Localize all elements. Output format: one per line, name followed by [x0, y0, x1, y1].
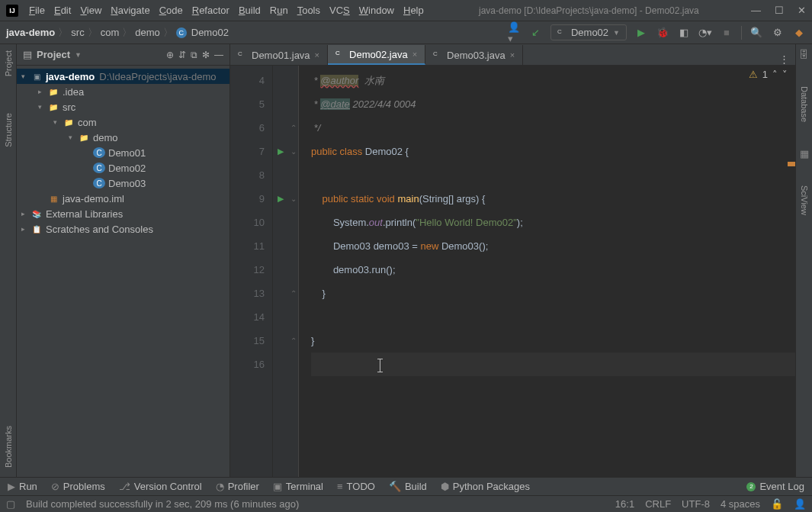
run-config-selector[interactable]: C Demo02 ▼	[550, 24, 627, 40]
bottom-event-log[interactable]: 2Event Log	[746, 481, 804, 492]
rail-bookmarks[interactable]: Bookmarks	[4, 423, 13, 471]
menu-tools[interactable]: Tools	[294, 3, 323, 18]
profile-button[interactable]: ◔▾	[698, 26, 712, 40]
crumb-demo[interactable]: demo	[135, 27, 160, 38]
class-icon: C	[238, 50, 247, 60]
close-tab-icon[interactable]: ×	[412, 50, 417, 59]
bottom-build[interactable]: 🔨Build	[389, 481, 427, 492]
bottom-todo[interactable]: ≡TODO	[337, 481, 375, 492]
maximize-button[interactable]: ☐	[775, 5, 784, 16]
crumb-com[interactable]: com	[101, 27, 120, 38]
inspection-badge[interactable]: ⚠ 1 ˄ ˅	[749, 69, 788, 80]
menu-file[interactable]: File	[26, 3, 48, 18]
prev-highlight-icon[interactable]: ˄	[772, 69, 778, 80]
run-line-icon[interactable]: ▶	[278, 147, 284, 156]
close-tab-icon[interactable]: ×	[510, 50, 515, 60]
status-indent[interactable]: 4 spaces	[721, 498, 760, 510]
stop-button[interactable]: ■	[720, 26, 733, 40]
sciview-icon[interactable]: ▦	[800, 148, 809, 159]
menu-help[interactable]: Help	[400, 3, 427, 18]
bottom-terminal[interactable]: ▣Terminal	[273, 481, 323, 492]
menu-view[interactable]: View	[77, 3, 104, 18]
status-message: Build completed successfully in 2 sec, 2…	[26, 498, 299, 510]
hide-panel-icon[interactable]: —	[214, 50, 223, 60]
tab-demo03[interactable]: C Demo03.java ×	[425, 45, 523, 65]
bottom-python[interactable]: ⬢Python Packages	[441, 481, 530, 492]
python-icon: ⬢	[441, 481, 449, 492]
error-stripe-mark[interactable]	[788, 162, 795, 166]
code-editor[interactable]: ⚠ 1 ˄ ˅ * @author 水南 * @date 2022/4/4 00…	[299, 66, 795, 477]
menu-edit[interactable]: Edit	[51, 3, 74, 18]
tree-root-path: D:\IdeaProjects\java-demo	[99, 71, 216, 82]
tab-more-icon[interactable]: ⋮	[773, 53, 795, 65]
status-readonly-icon[interactable]: 🔓	[771, 498, 783, 510]
tree-root-label: java-demo	[46, 71, 95, 82]
tree-external-libs[interactable]: ▸📚 External Libraries	[17, 206, 229, 221]
status-memory-icon[interactable]: 👤	[794, 498, 806, 510]
breadcrumb: java-demo〉 src〉 com〉 demo〉 C Demo02	[6, 26, 508, 40]
rail-database[interactable]: Database	[800, 83, 809, 125]
project-tree: ▾▣ java-demo D:\IdeaProjects\java-demo ▸…	[17, 66, 229, 477]
menu-run[interactable]: Run	[267, 3, 291, 18]
menu-code[interactable]: Code	[156, 3, 186, 18]
run-button[interactable]: ▶	[634, 26, 648, 40]
tree-com[interactable]: ▾📁 com	[17, 114, 229, 130]
close-button[interactable]: ✕	[798, 5, 806, 16]
add-user-icon[interactable]: 👤▾	[508, 26, 522, 40]
tree-demo03[interactable]: CDemo03	[17, 175, 229, 191]
search-icon[interactable]: 🔍	[749, 26, 763, 40]
tree-demo01[interactable]: CDemo01	[17, 145, 229, 160]
crumb-src[interactable]: src	[71, 27, 84, 38]
debug-button[interactable]: 🐞	[656, 26, 669, 40]
database-icon[interactable]: 🗄	[799, 49, 809, 60]
tree-src[interactable]: ▾📁 src	[17, 99, 229, 114]
select-opened-icon[interactable]: ⊕	[166, 50, 174, 60]
tree-demo[interactable]: ▾📁 demo	[17, 130, 229, 145]
tab-demo02[interactable]: C Demo02.java ×	[328, 45, 425, 65]
tree-iml[interactable]: ▦java-demo.iml	[17, 191, 229, 206]
expand-all-icon[interactable]: ⇵	[178, 50, 186, 60]
coverage-button[interactable]: ◧	[677, 26, 691, 40]
project-panel-title: Project	[37, 49, 70, 60]
bottom-version-control[interactable]: ⎇Version Control	[119, 481, 202, 492]
update-icon[interactable]: ↙	[529, 26, 543, 40]
rail-structure[interactable]: Structure	[4, 110, 13, 150]
tree-root[interactable]: ▾▣ java-demo D:\IdeaProjects\java-demo	[17, 69, 229, 84]
project-view-dropdown[interactable]: ▼	[75, 51, 82, 59]
panel-settings-icon[interactable]: ✻	[202, 50, 210, 60]
menu-refactor[interactable]: Refactor	[189, 3, 233, 18]
bottom-problems[interactable]: ⊘Problems	[51, 481, 105, 492]
next-highlight-icon[interactable]: ˅	[782, 69, 788, 80]
tree-scratches[interactable]: ▸📋 Scratches and Consoles	[17, 221, 229, 237]
rail-sciview[interactable]: SciView	[800, 182, 809, 218]
settings-icon[interactable]: ⚙	[771, 26, 785, 40]
status-line-sep[interactable]: CRLF	[645, 498, 671, 510]
class-icon: C	[557, 28, 566, 37]
crumb-project[interactable]: java-demo	[6, 27, 55, 38]
status-indicator-icon[interactable]: ▢	[6, 498, 15, 510]
bottom-run[interactable]: ▶Run	[8, 481, 37, 492]
crumb-class[interactable]: Demo02	[191, 27, 229, 38]
class-icon: C	[335, 50, 345, 59]
menu-vcs[interactable]: VCS	[326, 3, 353, 18]
status-position[interactable]: 16:1	[615, 498, 634, 510]
menu-window[interactable]: Window	[356, 3, 397, 18]
tab-demo01[interactable]: C Demo01.java ×	[230, 45, 328, 65]
collapse-all-icon[interactable]: ⧉	[191, 50, 197, 60]
rail-project[interactable]: Project	[4, 47, 13, 79]
close-tab-icon[interactable]: ×	[315, 50, 319, 60]
line-gutter: 4 5 6 7 8 9 10 11 12 13 14 15 16	[230, 66, 273, 477]
text-cursor	[380, 359, 380, 372]
class-icon: C	[433, 50, 442, 60]
status-encoding[interactable]: UTF-8	[682, 498, 710, 510]
menu-build[interactable]: Build	[236, 3, 264, 18]
minimize-button[interactable]: —	[751, 5, 761, 16]
menu-navigate[interactable]: Navigate	[108, 3, 152, 18]
tree-demo02[interactable]: CDemo02	[17, 160, 229, 175]
bottom-profiler[interactable]: ◔Profiler	[216, 481, 259, 492]
event-log-badge: 2	[746, 482, 756, 491]
ide-icon[interactable]: ◆	[792, 26, 806, 40]
run-line-icon[interactable]: ▶	[278, 194, 284, 204]
problems-icon: ⊘	[51, 481, 59, 492]
tree-idea[interactable]: ▸📁 .idea	[17, 84, 229, 99]
